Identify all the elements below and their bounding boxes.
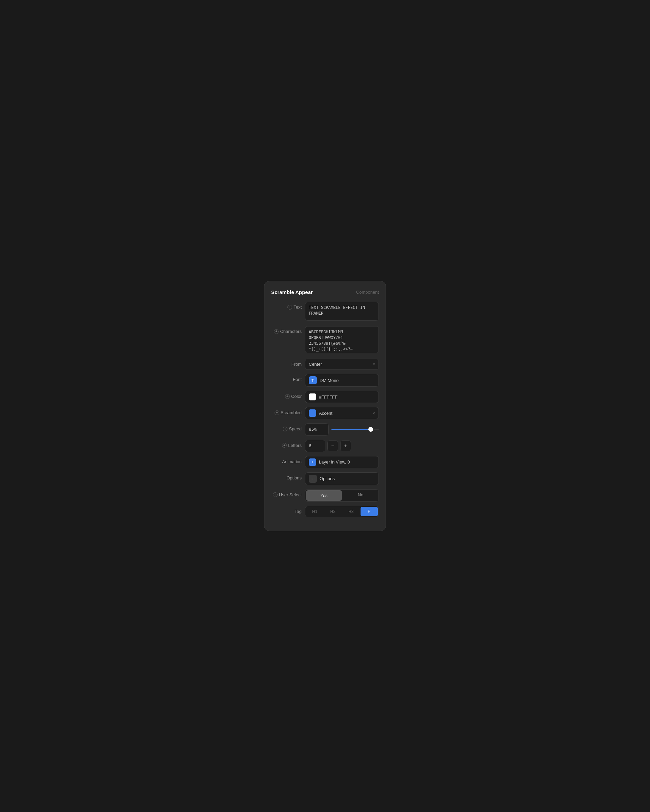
color-control: #FFFFFF: [305, 391, 379, 403]
font-icon: T: [309, 376, 317, 385]
color-label: + Color: [271, 391, 302, 399]
scrambled-label: + Scrambled: [271, 407, 302, 415]
font-control: T DM Mono: [305, 374, 379, 387]
color-plus-icon[interactable]: +: [285, 394, 290, 399]
tag-control: H1 H2 H3 P: [305, 506, 379, 517]
panel-title: Scramble Appear: [271, 289, 313, 295]
user-select-no-button[interactable]: No: [343, 490, 378, 501]
letters-control: − +: [305, 440, 379, 452]
user-select-label: + User Select: [271, 489, 302, 498]
font-selector[interactable]: T DM Mono: [305, 374, 379, 387]
text-row: + Text TEXT SCRAMBLE EFFECT IN FRAMER: [271, 302, 379, 322]
from-control: Center ▾: [305, 359, 379, 370]
font-label: Font: [271, 374, 302, 382]
speed-plus-icon[interactable]: +: [283, 427, 288, 431]
animation-row: Animation + Layer in View, 0: [271, 456, 379, 468]
options-control: ··· Options: [305, 472, 379, 485]
scrambled-control: Accent ×: [305, 407, 379, 419]
letters-input[interactable]: [305, 440, 325, 452]
letters-increment-button[interactable]: +: [340, 441, 351, 451]
speed-label: + Speed: [271, 423, 302, 431]
characters-input[interactable]: ABCDEFGHIJKLMN OPQRSTUVWXYZ01 23456789!@…: [305, 326, 379, 353]
user-select-toggle: Yes No: [305, 489, 379, 502]
chevron-down-icon: ▾: [373, 362, 375, 366]
tag-label: Tag: [271, 506, 302, 514]
color-picker[interactable]: #FFFFFF: [305, 391, 379, 403]
font-row: Font T DM Mono: [271, 374, 379, 387]
tag-p-button[interactable]: P: [361, 507, 378, 516]
tag-h1-button[interactable]: H1: [306, 507, 324, 516]
tag-h2-button[interactable]: H2: [324, 507, 342, 516]
scramble-appear-panel: Scramble Appear Component + Text TEXT SC…: [264, 281, 386, 531]
from-label: From: [271, 359, 302, 367]
letters-decrement-button[interactable]: −: [327, 441, 338, 451]
speed-row-inner: [305, 423, 379, 435]
letters-row: + Letters − +: [271, 440, 379, 452]
animation-selector[interactable]: + Layer in View, 0: [305, 456, 379, 468]
slider-thumb[interactable]: [369, 427, 373, 432]
letters-label: + Letters: [271, 440, 302, 448]
panel-subtitle: Component: [356, 290, 379, 295]
panel-header: Scramble Appear Component: [271, 289, 379, 295]
user-select-plus-icon[interactable]: +: [273, 492, 278, 497]
tag-h3-button[interactable]: H3: [342, 507, 360, 516]
user-select-yes-button[interactable]: Yes: [306, 490, 342, 501]
user-select-control: Yes No: [305, 489, 379, 502]
animation-label: Animation: [271, 456, 302, 464]
from-select[interactable]: Center ▾: [305, 359, 379, 370]
from-row: From Center ▾: [271, 359, 379, 370]
tag-group: H1 H2 H3 P: [305, 506, 379, 517]
accent-swatch: [309, 409, 316, 417]
options-selector[interactable]: ··· Options: [305, 472, 379, 485]
scrambled-plus-icon[interactable]: +: [275, 411, 279, 415]
options-row: Options ··· Options: [271, 472, 379, 485]
text-label: + Text: [271, 302, 302, 310]
speed-row: + Speed: [271, 423, 379, 435]
characters-plus-icon[interactable]: +: [274, 329, 278, 334]
text-plus-icon[interactable]: +: [288, 305, 292, 310]
color-row: + Color #FFFFFF: [271, 391, 379, 403]
options-icon: ···: [309, 475, 317, 483]
speed-slider[interactable]: [332, 429, 379, 430]
characters-control: ABCDEFGHIJKLMN OPQRSTUVWXYZ01 23456789!@…: [305, 326, 379, 354]
characters-label: + Characters: [271, 326, 302, 334]
characters-row: + Characters ABCDEFGHIJKLMN OPQRSTUVWXYZ…: [271, 326, 379, 354]
scrambled-clear-button[interactable]: ×: [372, 411, 375, 416]
user-select-row: + User Select Yes No: [271, 489, 379, 502]
color-swatch: [309, 393, 316, 401]
animation-icon: +: [309, 458, 316, 466]
speed-control: [305, 423, 379, 435]
speed-input[interactable]: [305, 423, 329, 435]
animation-control: + Layer in View, 0: [305, 456, 379, 468]
letters-plus-icon[interactable]: +: [282, 443, 287, 447]
text-control: TEXT SCRAMBLE EFFECT IN FRAMER: [305, 302, 379, 322]
text-input[interactable]: TEXT SCRAMBLE EFFECT IN FRAMER: [305, 302, 379, 321]
options-label: Options: [271, 472, 302, 481]
scrambled-selector[interactable]: Accent ×: [305, 407, 379, 419]
letters-row-inner: − +: [305, 440, 379, 452]
scrambled-row: + Scrambled Accent ×: [271, 407, 379, 419]
slider-fill: [332, 429, 372, 430]
tag-row: Tag H1 H2 H3 P: [271, 506, 379, 517]
